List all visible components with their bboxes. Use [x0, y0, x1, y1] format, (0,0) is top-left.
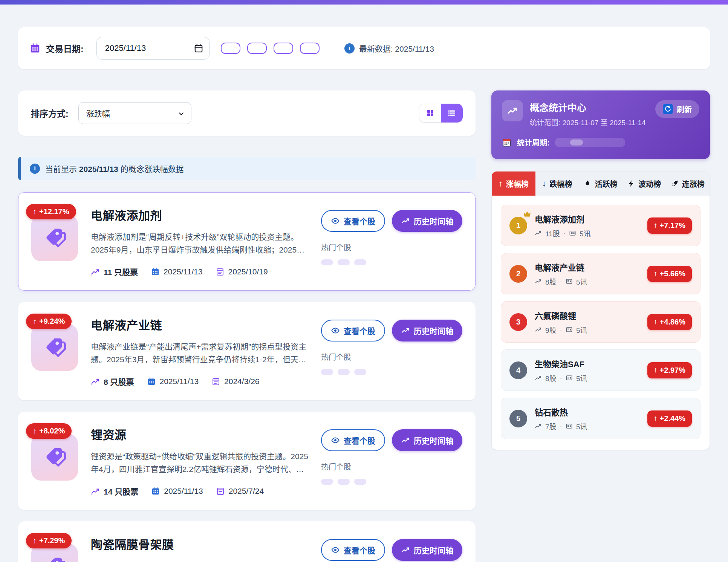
grid-icon — [426, 109, 435, 118]
concept-card-list: ↑+12.17% 电解液添加剂 电解液添加剂是“周期反转+技术升级”双轮驱动的投… — [18, 192, 476, 562]
quick-date-button[interactable] — [221, 43, 240, 54]
hot-stock-tag[interactable] — [321, 259, 333, 265]
side-column: 概念统计中心 统计范围: 2025-11-07 至 2025-11-14 刷新 — [491, 90, 710, 450]
hot-stock-tag[interactable] — [321, 479, 333, 485]
hot-stock-tag[interactable] — [338, 259, 350, 265]
stats-title: 概念统计中心 — [530, 100, 646, 114]
hot-stock-tag[interactable] — [338, 369, 350, 375]
view-stocks-button[interactable]: 查看个股 — [321, 320, 385, 341]
ranking-tab[interactable]: 波动榜 — [622, 172, 666, 196]
hot-stock-tag[interactable] — [354, 479, 366, 485]
rank-number: 4 — [509, 361, 527, 379]
rank-change-badge: ↑+2.97% — [647, 362, 692, 378]
clipboard-date-icon — [216, 487, 225, 496]
sort-label: 排序方式: — [31, 107, 69, 119]
ranking-tab[interactable]: 活跃榜 — [579, 172, 622, 196]
ranking-item[interactable]: 4 生物柴油SAF 8股 · 5讯 ↑+2.97% — [501, 349, 700, 391]
change-badge: ↑+7.29% — [26, 533, 72, 548]
rank-change-badge: ↑+2.44% — [647, 410, 692, 427]
view-stocks-button[interactable]: 查看个股 — [321, 210, 385, 232]
grid-view-button[interactable] — [419, 104, 441, 123]
ranking-item[interactable]: 1 电解液添加剂 11股 · 5讯 ↑+7.17% — [501, 205, 700, 246]
refresh-button[interactable]: 刷新 — [655, 100, 699, 118]
tab-icon: ↓ — [542, 179, 546, 188]
concept-description: 锂资源是“政策驱动+供给收缩”双重逻辑共振的投资主题。2025年4月，四川雅江官… — [91, 450, 308, 476]
concept-card: ↑+12.17% 电解液添加剂 电解液添加剂是“周期反转+技术升级”双轮驱动的投… — [18, 192, 476, 291]
view-stocks-button[interactable]: 查看个股 — [321, 539, 385, 561]
concept-card: ↑+7.29% 陶瓷隔膜骨架膜 陶瓷隔膜骨架膜是技术创新驱动的固态电池产业链β升… — [18, 521, 476, 562]
chart-line-icon — [535, 230, 542, 237]
ranking-item[interactable]: 5 钻石散热 7股 · 5讯 ↑+2.44% — [501, 398, 700, 439]
period-chip[interactable] — [597, 139, 610, 145]
date-picker-icon[interactable] — [194, 43, 203, 53]
banner-date: 2025/11/13 — [79, 165, 118, 173]
top-gradient-bar — [0, 0, 728, 5]
period-chip[interactable] — [570, 139, 583, 145]
period-chip[interactable] — [584, 139, 596, 145]
chart-line-icon — [401, 216, 410, 225]
chart-line-icon — [91, 267, 100, 276]
ranking-tab[interactable]: ↑ 涨幅榜 — [492, 172, 535, 196]
history-timeline-button[interactable]: 历史时间轴 — [392, 320, 462, 341]
chart-line-icon — [91, 377, 100, 386]
concept-title: 陶瓷隔膜骨架膜 — [91, 535, 308, 552]
concept-meta: 14 只股票 2025/11/13 2025 — [91, 485, 308, 497]
calendar-icon — [151, 487, 160, 496]
chart-line-icon — [91, 487, 100, 496]
quick-date-button[interactable] — [247, 43, 267, 54]
period-chip[interactable] — [611, 139, 624, 145]
rank-number: 3 — [509, 313, 527, 331]
rank-number: 1 — [509, 217, 527, 234]
hot-stock-tag[interactable] — [321, 369, 333, 375]
trade-date-input[interactable] — [96, 37, 210, 60]
rank-change-badge: ↑+7.17% — [647, 217, 692, 234]
rank-concept-name: 生物柴油SAF — [535, 357, 640, 369]
rank-concept-name: 钻石散热 — [535, 406, 640, 418]
history-timeline-button[interactable]: 历史时间轴 — [392, 210, 462, 232]
tab-icon — [584, 180, 591, 187]
hot-stocks-label: 热门个股 — [321, 242, 462, 253]
tag-icon — [43, 336, 66, 359]
hot-stock-tag[interactable] — [338, 479, 350, 485]
sort-select[interactable]: 涨跌幅 — [78, 102, 191, 124]
create-date: 2024/3/26 — [211, 377, 259, 386]
concept-thumbnail — [31, 324, 78, 371]
eye-icon — [331, 545, 340, 554]
hot-stock-tag[interactable] — [354, 259, 366, 265]
history-timeline-button[interactable]: 历史时间轴 — [392, 539, 462, 561]
ranking-tab[interactable]: ↓ 跌幅榜 — [535, 172, 579, 196]
view-toggle — [419, 104, 463, 123]
chart-line-icon — [502, 100, 523, 121]
ranking-item[interactable]: 3 六氟磷酸锂 9股 · 5讯 ↑+4.86% — [501, 301, 700, 343]
quick-date-button[interactable] — [300, 43, 320, 54]
rank-number: 5 — [509, 410, 527, 427]
concept-description: 电解液产业链是“产能出清尾声+需求复苏初期”的拐点型投资主题。2025年3月，新… — [91, 340, 308, 366]
ranking-item[interactable]: 2 电解液产业链 8股 · 5讯 ↑+5.66% — [501, 253, 700, 294]
ranking-tabs: ↑ 涨幅榜 ↓ 跌幅榜 活跃榜 波动榜 连涨榜 — [492, 172, 710, 196]
update-date: 2025/11/13 — [151, 267, 203, 276]
quick-date-button[interactable] — [274, 43, 293, 54]
period-chip[interactable] — [557, 139, 569, 145]
stock-count: 11 只股票 — [91, 266, 138, 277]
date-input-wrap — [96, 37, 210, 60]
history-timeline-button[interactable]: 历史时间轴 — [392, 429, 462, 451]
ranking-tab[interactable]: 连涨榜 — [666, 172, 710, 196]
stock-count: 14 只股票 — [91, 485, 138, 497]
info-icon: i — [344, 43, 355, 54]
stats-range: 统计范围: 2025-11-07 至 2025-11-14 — [530, 117, 646, 127]
rank-change-badge: ↑+4.86% — [647, 314, 692, 330]
trade-date-label: 交易日期: — [46, 42, 84, 55]
hot-stock-tags — [321, 259, 462, 265]
list-view-button[interactable] — [441, 104, 463, 123]
view-stocks-button[interactable]: 查看个股 — [321, 429, 385, 451]
chart-line-icon — [401, 436, 410, 445]
create-date: 2025/10/19 — [216, 267, 268, 276]
period-label: 统计周期: — [517, 137, 550, 148]
latest-data-label: 最新数据: 2025/11/13 — [359, 43, 434, 54]
hot-stock-tags — [321, 479, 462, 485]
hot-stock-tag[interactable] — [354, 369, 366, 375]
chevron-down-icon — [177, 110, 185, 118]
rank-concept-name: 电解液产业链 — [535, 261, 640, 273]
eye-icon — [331, 326, 340, 335]
rank-meta: 11股 · 5讯 — [535, 228, 640, 238]
